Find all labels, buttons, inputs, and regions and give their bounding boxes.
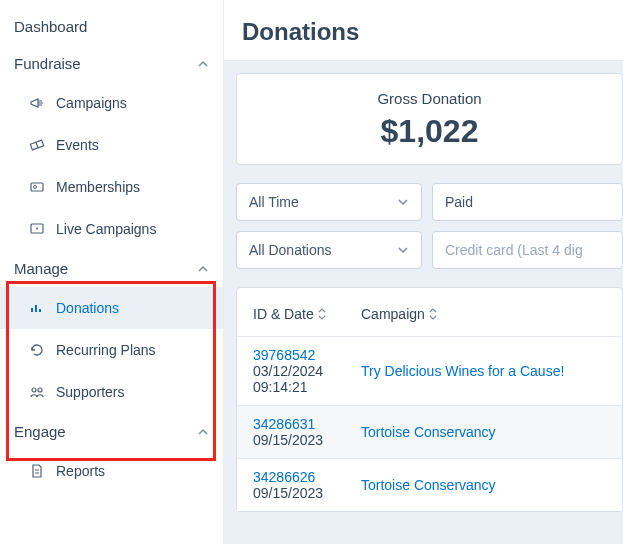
filter-type-select[interactable]: All Donations — [236, 231, 422, 269]
donation-date: 03/12/2024 — [253, 363, 361, 379]
summary-card: Gross Donation $1,022 — [236, 73, 623, 165]
svg-point-5 — [38, 388, 42, 392]
chevron-down-icon — [397, 196, 409, 208]
main-content: Donations Gross Donation $1,022 All Time… — [224, 0, 623, 544]
sidebar-item-label: Memberships — [56, 179, 140, 195]
svg-point-4 — [32, 388, 36, 392]
sidebar-item-dashboard[interactable]: Dashboard — [0, 8, 223, 45]
cell-id-date: 34286631 09/15/2023 — [253, 416, 361, 448]
donation-id-link[interactable]: 34286626 — [253, 469, 361, 485]
sidebar: Dashboard Fundraise Campaigns Events Mem… — [0, 0, 224, 544]
sidebar-section-fundraise[interactable]: Fundraise — [0, 45, 223, 82]
search-placeholder: Credit card (Last 4 dig — [445, 242, 583, 258]
col-id-date[interactable]: ID & Date — [253, 306, 361, 322]
table-row[interactable]: 34286626 09/15/2023 Tortoise Conservancy — [237, 458, 622, 511]
donations-table: ID & Date Campaign 39768542 03/12/2024 0… — [236, 287, 623, 512]
table-row[interactable]: 39768542 03/12/2024 09:14:21 Try Delicio… — [237, 336, 622, 405]
sidebar-item-label: Donations — [56, 300, 119, 316]
cell-id-date: 34286626 09/15/2023 — [253, 469, 361, 501]
filter-type-value: All Donations — [249, 242, 397, 258]
col-campaign[interactable]: Campaign — [361, 306, 606, 322]
cell-id-date: 39768542 03/12/2024 09:14:21 — [253, 347, 361, 395]
sort-icon — [318, 308, 326, 320]
summary-label: Gross Donation — [237, 90, 622, 107]
sidebar-item-label: Reports — [56, 463, 105, 479]
sidebar-item-live-campaigns[interactable]: Live Campaigns — [0, 208, 223, 250]
donation-time: 09:14:21 — [253, 379, 361, 395]
sidebar-fundraise-label: Fundraise — [14, 55, 197, 72]
ticket-icon — [28, 136, 46, 154]
chevron-up-icon — [197, 426, 209, 438]
bar-chart-icon — [28, 299, 46, 317]
people-icon — [28, 383, 46, 401]
document-icon — [28, 462, 46, 480]
campaign-link[interactable]: Tortoise Conservancy — [361, 477, 496, 493]
sidebar-item-label: Campaigns — [56, 95, 127, 111]
chevron-up-icon — [197, 263, 209, 275]
sidebar-engage-label: Engage — [14, 423, 197, 440]
filter-time-select[interactable]: All Time — [236, 183, 422, 221]
search-input[interactable]: Credit card (Last 4 dig — [432, 231, 623, 269]
sidebar-item-supporters[interactable]: Supporters — [0, 371, 223, 413]
svg-point-3 — [36, 228, 38, 230]
chevron-down-icon — [397, 244, 409, 256]
sidebar-item-label: Live Campaigns — [56, 221, 156, 237]
svg-point-1 — [34, 186, 37, 189]
sidebar-section-manage[interactable]: Manage — [0, 250, 223, 287]
sidebar-dashboard-label: Dashboard — [14, 18, 209, 35]
filter-status-value: Paid — [445, 194, 610, 210]
page-title: Donations — [242, 18, 613, 46]
campaign-link[interactable]: Tortoise Conservancy — [361, 424, 496, 440]
cell-campaign: Try Delicious Wines for a Cause! — [361, 363, 606, 379]
donation-date: 09/15/2023 — [253, 432, 361, 448]
cell-campaign: Tortoise Conservancy — [361, 477, 606, 493]
filter-time-value: All Time — [249, 194, 397, 210]
table-header: ID & Date Campaign — [237, 288, 622, 336]
sidebar-item-label: Supporters — [56, 384, 124, 400]
table-row[interactable]: 34286631 09/15/2023 Tortoise Conservancy — [237, 405, 622, 458]
sidebar-manage-label: Manage — [14, 260, 197, 277]
sidebar-item-reports[interactable]: Reports — [0, 450, 223, 492]
sort-icon — [429, 308, 437, 320]
sidebar-section-engage[interactable]: Engage — [0, 413, 223, 450]
campaign-link[interactable]: Try Delicious Wines for a Cause! — [361, 363, 564, 379]
card-icon — [28, 178, 46, 196]
screen-icon — [28, 220, 46, 238]
sidebar-item-events[interactable]: Events — [0, 124, 223, 166]
chevron-up-icon — [197, 58, 209, 70]
sidebar-item-label: Events — [56, 137, 99, 153]
refresh-icon — [28, 341, 46, 359]
sidebar-item-memberships[interactable]: Memberships — [0, 166, 223, 208]
sidebar-item-label: Recurring Plans — [56, 342, 156, 358]
donation-date: 09/15/2023 — [253, 485, 361, 501]
donation-id-link[interactable]: 39768542 — [253, 347, 361, 363]
cell-campaign: Tortoise Conservancy — [361, 424, 606, 440]
main-header: Donations — [224, 0, 623, 61]
filters-row: All Time Paid All Donations Credit card … — [236, 183, 623, 269]
donation-id-link[interactable]: 34286631 — [253, 416, 361, 432]
megaphone-icon — [28, 94, 46, 112]
sidebar-item-donations[interactable]: Donations — [0, 287, 223, 329]
summary-value: $1,022 — [237, 113, 622, 150]
filter-status-select[interactable]: Paid — [432, 183, 623, 221]
sidebar-item-recurring-plans[interactable]: Recurring Plans — [0, 329, 223, 371]
sidebar-item-campaigns[interactable]: Campaigns — [0, 82, 223, 124]
